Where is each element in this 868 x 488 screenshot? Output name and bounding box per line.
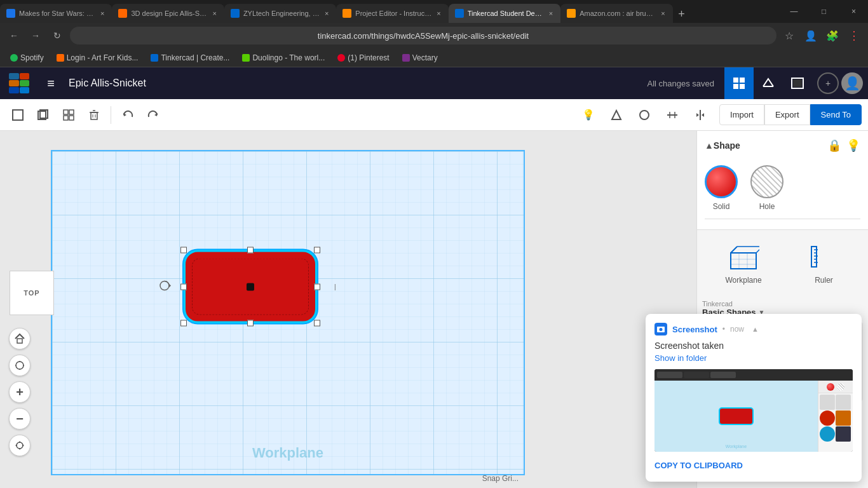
dimension-marker-r: | <box>334 283 336 290</box>
tab-close-4[interactable]: × <box>435 8 442 18</box>
grid-view-button[interactable] <box>724 67 754 99</box>
zoom-fit-button[interactable] <box>9 435 31 456</box>
bookmark-tinkercad[interactable]: Tinkercad | Create... <box>146 52 234 64</box>
mini-tab <box>657 372 682 378</box>
user-profile-button[interactable]: 👤 <box>802 27 820 44</box>
import-export-area: Import Export Send To <box>719 104 862 125</box>
solid-type[interactable]: Solid <box>705 165 738 211</box>
target-view-button[interactable] <box>9 355 31 376</box>
bookmark-button[interactable]: ☆ <box>780 27 798 44</box>
delete-button[interactable] <box>83 104 105 126</box>
mini-tab-3 <box>710 372 736 378</box>
view-cube[interactable]: TOP <box>10 271 54 315</box>
handle-bc[interactable] <box>247 320 254 327</box>
handle-rc[interactable] <box>314 283 320 290</box>
ruler-item[interactable]: Ruler <box>808 240 840 285</box>
bookmark-artforkids[interactable]: Login - Art For Kids... <box>51 52 144 64</box>
mini-shape-6 <box>836 426 851 442</box>
shape-selector-button[interactable] <box>605 104 628 126</box>
home-icon <box>14 333 25 344</box>
svg-rect-11 <box>69 110 74 114</box>
group-button[interactable] <box>57 104 80 126</box>
tinkercad-header: ≡ Epic Allis-Snicket All changes saved <box>0 67 868 99</box>
redo-button[interactable] <box>142 104 165 126</box>
copy-to-clipboard-button[interactable]: COPY TO CLIPBOARD <box>654 458 853 473</box>
handle-lc[interactable] <box>180 283 187 290</box>
screenshot-notification: Screenshot • now ▲ Screenshot taken Show… <box>646 314 862 482</box>
zoom-out-button[interactable]: − <box>9 408 31 430</box>
browser-tab-2[interactable]: 3D design Epic Allis-Snic... × <box>112 4 224 23</box>
browser-tab-3[interactable]: ZYLtech Engineering, LL... × <box>224 4 336 23</box>
shape-title: Shape <box>714 140 740 151</box>
shape-panel-toggle[interactable]: ▲ <box>705 140 714 151</box>
handle-tl[interactable] <box>180 247 187 254</box>
shape-lock-icon[interactable]: 🔒 <box>827 139 841 152</box>
mini-shape-2 <box>836 395 851 410</box>
new-shape-button[interactable] <box>6 104 29 126</box>
tab-close-1[interactable]: × <box>99 8 105 18</box>
home-view-button[interactable] <box>9 328 31 349</box>
workplane-item[interactable]: Workplane <box>725 240 761 285</box>
svg-point-21 <box>640 111 649 119</box>
solid-circle[interactable] <box>705 165 738 198</box>
bookmark-vectary[interactable]: Vectary <box>397 52 443 64</box>
import-button[interactable]: Import <box>719 104 764 125</box>
send-to-button[interactable]: Send To <box>810 104 862 125</box>
handle-tc[interactable] <box>247 247 254 254</box>
light-button[interactable]: 💡 <box>577 104 600 126</box>
browser-tab-5[interactable]: Tinkercad Student Desig... × <box>449 4 560 23</box>
object-body[interactable] <box>184 250 317 323</box>
zoom-in-button[interactable]: + <box>9 381 31 403</box>
mini-app: Workplane <box>654 381 853 452</box>
add-user-button[interactable]: + <box>817 72 839 94</box>
3d-object-container[interactable]: | <box>184 250 317 323</box>
notif-expand-btn[interactable]: ▲ <box>752 325 759 333</box>
notif-description[interactable]: Show in folder <box>654 353 853 363</box>
code-view-button[interactable] <box>783 67 812 99</box>
browser-tab-4[interactable]: Project Editor - Instructa... × <box>336 4 448 23</box>
maximize-button[interactable]: □ <box>810 0 838 23</box>
close-button[interactable]: × <box>839 0 868 23</box>
export-button[interactable]: Export <box>764 104 810 125</box>
new-tab-button[interactable]: + <box>673 5 691 23</box>
handle-tr[interactable] <box>314 247 320 254</box>
handle-br[interactable] <box>314 320 320 327</box>
hole-circle[interactable] <box>750 165 783 198</box>
menu-icon[interactable]: ≡ <box>38 67 64 99</box>
tab-close-5[interactable]: × <box>548 8 554 18</box>
mirror-button[interactable] <box>689 104 712 126</box>
extensions-button[interactable]: 🧩 <box>824 27 841 44</box>
user-avatar[interactable]: 👤 <box>841 72 863 94</box>
tab-close-6[interactable]: × <box>660 8 666 18</box>
minimize-button[interactable]: — <box>780 0 808 23</box>
workplane-grid[interactable]: | Workplane <box>51 150 525 475</box>
tab-close-2[interactable]: × <box>211 8 217 18</box>
url-bar[interactable]: tinkercad.com/things/hwdcA5SewMj-epic-al… <box>70 27 776 44</box>
undo-button[interactable] <box>116 104 139 126</box>
shape-selector-icon <box>609 108 623 122</box>
browser-tab-6[interactable]: Amazon.com : air brush... × <box>560 4 672 23</box>
tab-close-3[interactable]: × <box>323 8 330 18</box>
hole-type[interactable]: Hole <box>750 165 783 211</box>
bookmark-spotify[interactable]: Spotify <box>5 52 49 64</box>
project-title[interactable]: Epic Allis-Snicket <box>69 78 647 89</box>
back-button[interactable]: ← <box>5 27 23 44</box>
rotation-handle[interactable] <box>158 279 171 294</box>
circle-selector-button[interactable] <box>633 104 656 126</box>
3d-object[interactable]: | <box>184 250 317 323</box>
shape-light-icon[interactable]: 💡 <box>846 139 860 152</box>
build-view-button[interactable] <box>754 67 783 99</box>
refresh-button[interactable]: ↻ <box>48 27 66 44</box>
align-button[interactable] <box>661 104 684 126</box>
tinkercad-logo[interactable] <box>0 67 38 99</box>
handle-bl[interactable] <box>180 320 187 327</box>
canvas-area[interactable]: | Workplane Snap Gri... <box>0 131 696 488</box>
bookmark-duolingo[interactable]: Duolingo - The worl... <box>237 52 330 64</box>
bookmark-pinterest[interactable]: (1) Pinterest <box>332 52 394 64</box>
copy-button[interactable] <box>32 104 55 126</box>
mini-shapes-grid <box>818 393 853 443</box>
workplane-icon <box>728 240 759 272</box>
browser-tab-1[interactable]: Makes for Star Wars: Cl... × <box>0 4 112 23</box>
forward-button[interactable]: → <box>27 27 44 44</box>
menu-button[interactable]: ⋮ <box>845 27 863 44</box>
